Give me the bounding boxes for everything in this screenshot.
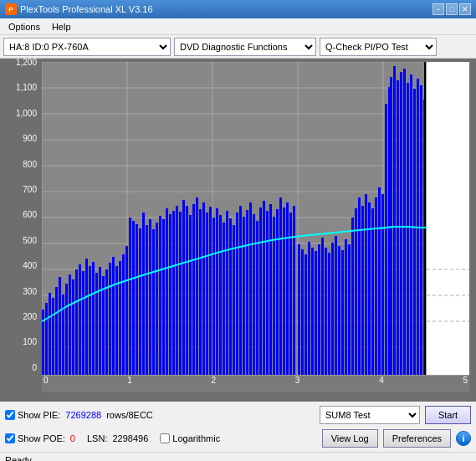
svg-rect-137 [427,62,469,375]
sum8-select[interactable]: SUM8 Test SUM1 Test [320,406,420,424]
y-label-500: 500 [0,237,40,245]
svg-rect-77 [229,218,232,375]
svg-rect-32 [79,264,81,375]
title-bar: P PlexTools Professional XL V3.16 − □ ✕ [0,0,476,18]
y-label-300: 300 [0,288,40,296]
svg-rect-40 [105,269,108,375]
x-label-4: 4 [379,376,384,391]
svg-rect-80 [239,206,242,375]
controls-bar: Show PIE: 7269288 rows/8ECC SUM8 Test SU… [0,402,476,452]
chart-area: 0 1 2 3 4 5 [42,62,469,392]
minimize-button[interactable]: − [432,3,444,15]
test-select[interactable]: Q-Check PI/PO Test [320,38,437,56]
svg-rect-128 [400,72,402,375]
maximize-button[interactable]: □ [446,3,458,15]
x-label-5: 5 [463,376,468,391]
svg-rect-61 [176,206,178,375]
menu-options[interactable]: Options [3,20,45,33]
svg-rect-75 [223,223,225,375]
svg-rect-98 [301,249,304,375]
svg-rect-84 [253,214,255,375]
svg-rect-97 [298,244,300,375]
svg-rect-33 [82,271,84,375]
svg-rect-54 [152,229,155,375]
svg-rect-76 [226,211,228,375]
svg-rect-55 [156,223,158,375]
view-log-button[interactable]: View Log [322,429,378,448]
svg-rect-104 [321,238,324,375]
svg-rect-35 [89,266,91,375]
x-label-0: 0 [44,376,49,391]
svg-rect-119 [371,208,374,375]
show-poe-group: Show POE: [5,433,65,443]
pie-suffix: rows/8ECC [106,410,153,420]
svg-rect-26 [59,277,61,375]
svg-rect-109 [338,246,340,375]
drive-select[interactable]: HA:8 ID:0 PX-760A [3,38,171,56]
status-bar: Ready [0,452,476,461]
y-axis: 1,200 1,100 1,000 900 800 700 600 500 40… [0,59,40,389]
svg-rect-117 [365,194,367,375]
svg-rect-74 [219,215,222,375]
svg-rect-93 [283,207,285,375]
y-label-1200: 1,200 [0,59,40,67]
show-pie-checkbox[interactable] [5,410,15,420]
svg-rect-64 [186,206,188,375]
y-label-1100: 1,100 [0,84,40,92]
svg-rect-51 [142,213,145,375]
svg-rect-123 [385,104,387,375]
svg-rect-52 [146,225,148,375]
info-button[interactable]: i [456,431,471,446]
svg-rect-126 [393,66,396,375]
status-text: Ready [5,455,32,462]
svg-rect-43 [115,266,118,375]
show-poe-checkbox[interactable] [5,433,15,443]
svg-rect-134 [420,85,422,375]
svg-rect-23 [49,293,51,375]
x-axis: 0 1 2 3 4 5 [42,376,469,391]
svg-rect-48 [132,221,135,375]
function-select[interactable]: DVD Diagnostic Functions [174,38,316,56]
window-title: PlexTools Professional XL V3.16 [20,4,153,14]
lsn-label: LSN: [87,433,107,443]
controls-row-1: Show PIE: 7269288 rows/8ECC SUM8 Test SU… [5,405,471,425]
svg-rect-111 [345,239,347,375]
svg-rect-57 [162,219,165,375]
svg-rect-105 [325,248,327,375]
start-button[interactable]: Start [425,406,471,424]
show-pie-group: Show PIE: [5,410,60,420]
svg-rect-38 [99,267,101,375]
svg-rect-49 [136,224,138,375]
svg-rect-30 [72,279,74,375]
y-label-700: 700 [0,186,40,194]
x-label-1: 1 [127,376,132,391]
svg-rect-31 [75,269,78,375]
svg-rect-68 [199,209,202,375]
svg-rect-108 [335,236,337,375]
preferences-button[interactable]: Preferences [383,429,451,448]
svg-rect-59 [169,214,171,375]
svg-rect-103 [318,244,320,375]
svg-rect-39 [102,276,105,375]
close-button[interactable]: ✕ [459,3,471,15]
svg-rect-69 [202,202,205,375]
svg-rect-66 [192,204,195,375]
svg-rect-58 [166,208,168,375]
poe-value: 0 [70,433,75,443]
y-label-0: 0 [0,364,40,372]
show-poe-label: Show POE: [18,433,65,443]
logarithmic-checkbox[interactable] [160,433,170,443]
svg-rect-112 [348,244,351,375]
y-label-1000: 1,000 [0,110,40,118]
svg-rect-82 [246,210,248,375]
svg-rect-91 [276,209,279,375]
svg-rect-65 [189,215,192,375]
y-label-900: 900 [0,135,40,143]
svg-rect-50 [139,228,141,375]
menu-help[interactable]: Help [47,20,76,33]
svg-rect-102 [315,251,317,375]
show-pie-label: Show PIE: [18,410,60,420]
svg-rect-122 [381,194,384,375]
svg-rect-67 [196,197,198,375]
svg-rect-56 [159,216,161,375]
